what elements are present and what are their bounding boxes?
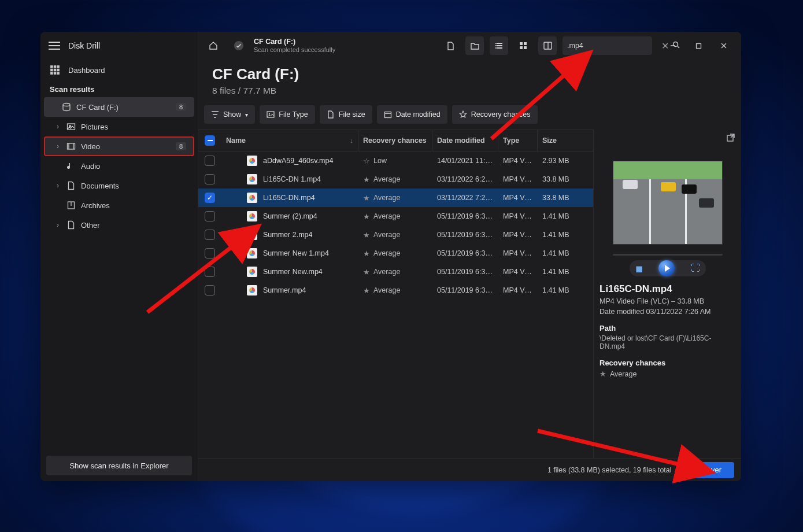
preview-stop-button[interactable]: ◼ [635, 263, 643, 274]
open-external-button[interactable] [726, 133, 735, 145]
type-value: MP4 Vi… [498, 249, 538, 257]
table-row[interactable]: Li165C-DN 1.mp4★Average03/11/2022 6:22…M… [198, 170, 593, 189]
table-row[interactable]: Summer New 1.mp4★Average05/11/2019 6:38…… [198, 244, 593, 263]
type-value: MP4 Vi… [498, 231, 538, 239]
filter-show[interactable]: Show ▾ [204, 105, 255, 124]
filter-recoverychances[interactable]: Recovery chances [452, 105, 538, 124]
grid-icon [50, 65, 60, 75]
list-view-button[interactable] [490, 36, 508, 55]
sidebar-item-label: Dashboard [68, 66, 105, 75]
status-bar: 1 files (33.8 MB) selected, 19 files tot… [198, 458, 741, 481]
file-name: Summer New.mp4 [263, 268, 323, 276]
chevron-down-icon: ▾ [245, 112, 248, 118]
search-input[interactable] [567, 42, 658, 50]
col-date[interactable]: Date modified [432, 130, 498, 151]
sidebar-item-label: Other [81, 221, 186, 230]
video-file-icon [247, 211, 257, 221]
row-checkbox[interactable] [205, 156, 215, 166]
show-in-explorer-button[interactable]: Show scan results in Explorer [46, 456, 192, 475]
sidebar-item-video[interactable]: ›Video8 [44, 136, 194, 156]
grid-view-button[interactable] [514, 36, 532, 55]
recovery-value: Average [373, 175, 400, 183]
folder-view-button[interactable] [465, 36, 484, 55]
recover-button[interactable]: Recover [681, 462, 734, 478]
svg-rect-6 [50, 72, 53, 75]
file-name: Summer (2).mp4 [263, 212, 317, 220]
row-checkbox[interactable] [205, 230, 215, 240]
preview-play-button[interactable] [658, 260, 675, 276]
table-row[interactable]: aDdwA59_460sv.mp4☆Low14/01/2021 11:5…MP4… [198, 152, 593, 170]
row-checkbox[interactable] [205, 193, 215, 203]
sort-desc-icon: ↓ [350, 137, 354, 144]
file-view-button[interactable] [441, 36, 460, 55]
filter-show-label: Show [223, 110, 241, 119]
menu-button[interactable] [49, 42, 60, 50]
chevron-right-icon: › [57, 182, 61, 190]
sidebar-section-scan-results: Scan results [40, 80, 198, 97]
table-row[interactable]: Summer New.mp4★Average05/11/2019 6:38…MP… [198, 263, 593, 281]
star-icon: ★ [363, 231, 370, 239]
col-name[interactable]: Name↓ [221, 130, 358, 151]
row-checkbox[interactable] [205, 267, 215, 277]
preview-meta-date: Date modified 03/11/2022 7:26 AM [600, 308, 735, 316]
table-row[interactable]: Summer (2).mp4★Average05/11/2019 6:38…MP… [198, 207, 593, 226]
col-type[interactable]: Type [498, 130, 538, 151]
filter-filetype[interactable]: File Type [260, 105, 315, 124]
sidebar-item-pictures[interactable]: ›Pictures [44, 117, 194, 136]
svg-rect-19 [497, 43, 502, 44]
breadcrumb-title: CF Card (F:) [254, 38, 335, 46]
app-window: Disk Drill Dashboard Scan results CF Car… [40, 32, 741, 481]
app-title: Disk Drill [68, 41, 100, 50]
star-icon: ★ [363, 175, 370, 184]
row-checkbox[interactable] [205, 248, 215, 258]
size-value: 1.41 MB [538, 231, 593, 239]
close-button[interactable] [712, 36, 735, 55]
sidebar-item-dashboard[interactable]: Dashboard [40, 60, 198, 80]
sidebar-item-archives[interactable]: Archives [44, 195, 194, 215]
sidebar-item-audio[interactable]: Audio [44, 156, 194, 176]
date-value: 05/11/2019 6:38… [432, 231, 498, 239]
sidebar: Disk Drill Dashboard Scan results CF Car… [40, 32, 198, 481]
table-row[interactable]: Summer.mp4★Average05/11/2019 6:38…MP4 Vi… [198, 281, 593, 300]
date-value: 05/11/2019 6:38… [432, 286, 498, 294]
table-row[interactable]: Li165C-DN.mp4★Average03/11/2022 7:26…MP4… [198, 189, 593, 207]
row-checkbox[interactable] [205, 285, 215, 295]
filter-datemodified[interactable]: Date modified [377, 105, 447, 124]
sidebar-item-other[interactable]: ›Other [44, 215, 194, 235]
date-value: 05/11/2019 6:38… [432, 268, 498, 276]
sidebar-item-documents[interactable]: ›Documents [44, 176, 194, 195]
video-icon [66, 141, 76, 152]
preview-rc-value: Average [610, 370, 637, 378]
col-recovery[interactable]: Recovery chances [358, 130, 432, 151]
svg-rect-38 [384, 112, 391, 118]
search-box: ✕ [563, 36, 652, 55]
minimize-button[interactable] [661, 36, 684, 55]
file-name: Summer 2.mp4 [263, 231, 312, 239]
row-checkbox[interactable] [205, 211, 215, 221]
filter-filesize[interactable]: File size [320, 105, 372, 124]
svg-rect-7 [54, 72, 57, 75]
column-view-button[interactable] [538, 36, 557, 55]
col-size[interactable]: Size [538, 130, 593, 151]
sidebar-item-label: Documents [81, 182, 186, 190]
preview-controls: ◼ ⛶ [630, 260, 706, 276]
date-value: 03/11/2022 6:22… [432, 175, 498, 183]
row-checkbox[interactable] [205, 174, 215, 184]
table-header: Name↓ Recovery chances Date modified Typ… [198, 130, 593, 152]
sidebar-item-label: Audio [81, 162, 186, 171]
sidebar-item-cf-card-f-[interactable]: CF Card (F:)8 [44, 97, 194, 117]
type-value: MP4 Vi… [498, 157, 538, 165]
maximize-button[interactable] [687, 36, 710, 55]
audio-icon [66, 161, 76, 171]
preview-path-heading: Path [600, 324, 735, 332]
select-all-checkbox[interactable] [205, 135, 215, 146]
svg-point-9 [63, 104, 70, 106]
filter-icon [211, 110, 219, 119]
table-row[interactable]: Summer 2.mp4★Average05/11/2019 6:38…MP4 … [198, 226, 593, 244]
home-button[interactable] [204, 36, 223, 55]
preview-seekbar[interactable] [613, 254, 723, 256]
svg-rect-4 [54, 69, 57, 72]
type-value: MP4 Vi… [498, 212, 538, 220]
preview-fullscreen-button[interactable]: ⛶ [691, 263, 700, 274]
svg-rect-8 [57, 72, 60, 75]
